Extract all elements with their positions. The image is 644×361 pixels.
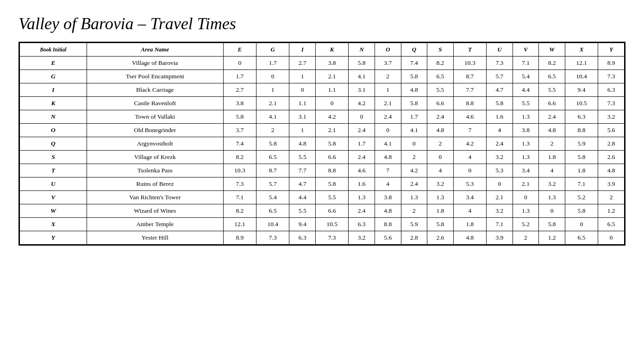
cell-O-K: 2.1 (315, 124, 348, 137)
col-header-W: W (539, 43, 565, 57)
cell-Q-I: 4.8 (289, 137, 316, 151)
cell-Y-I: 6.3 (289, 231, 316, 245)
cell-S-O: 4.8 (375, 151, 401, 164)
cell-G-U: 5.7 (487, 70, 513, 83)
cell-Q-T: 4.2 (453, 137, 486, 151)
col-header-Y: Y (598, 43, 625, 57)
table-row: TTsolenka Pass10.38.77.78.84.674.2405.33… (20, 164, 625, 177)
cell-V-K: 5.5 (315, 191, 348, 204)
area-name-V: Van Richten's Tower (87, 191, 223, 204)
cell-U-V: 2.1 (513, 177, 539, 191)
cell-K-K: 0 (315, 97, 348, 110)
cell-N-V: 1.3 (513, 110, 539, 124)
cell-Y-Y: 0 (598, 231, 625, 245)
cell-K-Y: 7.3 (598, 97, 625, 110)
cell-E-T: 10.3 (453, 57, 486, 70)
col-header-T: T (453, 43, 486, 57)
cell-O-V: 3.8 (513, 124, 539, 137)
table-row: NTown of Vallaki5.84.13.14.202.41.72.44.… (20, 110, 625, 124)
table-header-row: Book Initial Area Name EGIKNOQSTUVWXY (20, 43, 625, 57)
cell-I-E: 2.7 (223, 83, 256, 97)
cell-W-N: 2.4 (349, 204, 375, 218)
cell-Q-N: 1.7 (349, 137, 375, 151)
cell-G-E: 1.7 (223, 70, 256, 83)
col-header-U: U (487, 43, 513, 57)
cell-Q-V: 1.3 (513, 137, 539, 151)
cell-I-S: 5.5 (427, 83, 454, 97)
col-header-V: V (513, 43, 539, 57)
cell-G-G: 0 (256, 70, 289, 83)
row-key-W: W (20, 204, 87, 218)
row-key-X: X (20, 218, 87, 231)
cell-V-V: 0 (513, 191, 539, 204)
cell-N-E: 5.8 (223, 110, 256, 124)
cell-X-Y: 6.5 (598, 218, 625, 231)
col-header-S: S (427, 43, 454, 57)
cell-E-E: 0 (223, 57, 256, 70)
table-row: IBlack Carriage2.7101.13.114.85.57.74.74… (20, 83, 625, 97)
area-name-N: Town of Vallaki (87, 110, 223, 124)
col-header-N: N (349, 43, 375, 57)
area-name-Y: Yester Hill (87, 231, 223, 245)
cell-S-T: 4 (453, 151, 486, 164)
cell-T-N: 4.6 (349, 164, 375, 177)
cell-K-T: 8.8 (453, 97, 486, 110)
cell-S-N: 2.4 (349, 151, 375, 164)
cell-I-Y: 6.3 (598, 83, 625, 97)
cell-X-V: 5.2 (513, 218, 539, 231)
cell-Q-Q: 0 (401, 137, 427, 151)
cell-I-Q: 4.8 (401, 83, 427, 97)
cell-U-O: 4 (375, 177, 401, 191)
col-header-G: G (256, 43, 289, 57)
cell-I-K: 1.1 (315, 83, 348, 97)
area-name-O: Old Bonegrinder (87, 124, 223, 137)
table-row: GTser Pool Encampment1.7012.14.125.86.58… (20, 70, 625, 83)
cell-Y-K: 7.3 (315, 231, 348, 245)
cell-T-K: 8.8 (315, 164, 348, 177)
cell-K-G: 2.1 (256, 97, 289, 110)
cell-W-E: 8.2 (223, 204, 256, 218)
table-row: QArgynvostholt7.45.84.85.81.74.1024.22.4… (20, 137, 625, 151)
cell-X-Q: 5.9 (401, 218, 427, 231)
cell-W-Q: 2 (401, 204, 427, 218)
cell-E-Q: 7.4 (401, 57, 427, 70)
cell-I-T: 7.7 (453, 83, 486, 97)
row-key-G: G (20, 70, 87, 83)
cell-O-X: 8.8 (565, 124, 598, 137)
cell-X-N: 6.3 (349, 218, 375, 231)
cell-I-O: 1 (375, 83, 401, 97)
row-key-O: O (20, 124, 87, 137)
cell-V-N: 1.3 (349, 191, 375, 204)
row-key-Y: Y (20, 231, 87, 245)
table-row: VVan Richten's Tower7.15.44.45.51.33.81.… (20, 191, 625, 204)
cell-Y-N: 3.2 (349, 231, 375, 245)
cell-Y-G: 7.3 (256, 231, 289, 245)
cell-X-W: 5.8 (539, 218, 565, 231)
col-header-X: X (565, 43, 598, 57)
row-key-U: U (20, 177, 87, 191)
cell-N-Y: 3.2 (598, 110, 625, 124)
cell-K-E: 3.8 (223, 97, 256, 110)
cell-I-V: 4.4 (513, 83, 539, 97)
cell-X-K: 10.5 (315, 218, 348, 231)
cell-O-E: 3.7 (223, 124, 256, 137)
cell-O-W: 4.8 (539, 124, 565, 137)
cell-Q-E: 7.4 (223, 137, 256, 151)
cell-E-S: 8.2 (427, 57, 454, 70)
cell-N-W: 2.4 (539, 110, 565, 124)
area-name-K: Castle Ravenloft (87, 97, 223, 110)
cell-O-O: 0 (375, 124, 401, 137)
cell-E-G: 1.7 (256, 57, 289, 70)
cell-W-O: 4.8 (375, 204, 401, 218)
cell-Y-U: 3.9 (487, 231, 513, 245)
page-title: Valley of Barovia – Travel Times (19, 14, 625, 33)
cell-Y-X: 6.5 (565, 231, 598, 245)
cell-O-U: 4 (487, 124, 513, 137)
cell-T-T: 0 (453, 164, 486, 177)
cell-U-S: 3.2 (427, 177, 454, 191)
cell-X-G: 10.4 (256, 218, 289, 231)
cell-W-K: 6.6 (315, 204, 348, 218)
area-name-E: Village of Barovia (87, 57, 223, 70)
cell-V-O: 3.8 (375, 191, 401, 204)
cell-Y-O: 5.6 (375, 231, 401, 245)
